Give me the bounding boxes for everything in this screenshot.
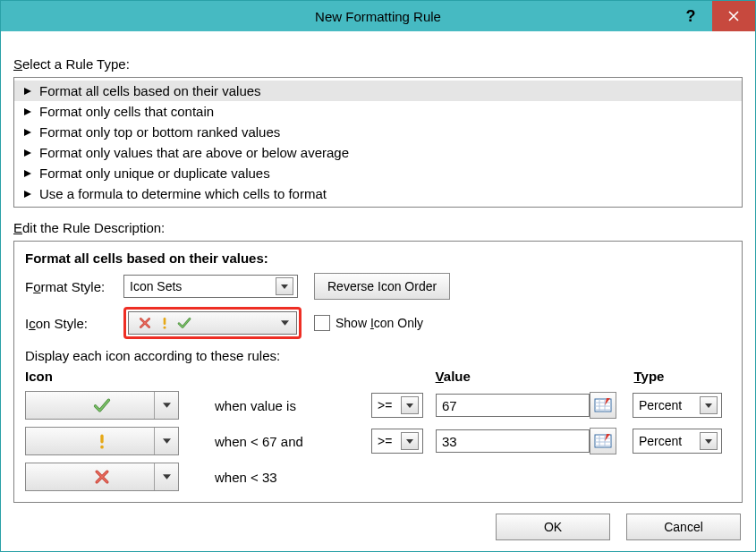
rule-type-label: Format only cells that contain [39,104,214,119]
cross-icon [93,468,111,486]
rule-type-item[interactable]: Format only top or bottom ranked values [14,122,742,142]
rule-type-label: Format only values that are above or bel… [39,145,349,160]
triangle-icon [23,190,32,199]
icon-picker[interactable] [25,427,179,455]
rule-type-list: Format all cells based on their values F… [13,77,743,208]
rule-type-label: Format all cells based on their values [39,83,261,98]
chevron-down-icon [154,428,178,454]
reverse-icon-order-button[interactable]: Reverse Icon Order [314,273,450,300]
label-select-rule-type: Select a Rule Type: [13,56,743,72]
titlebar: New Formatting Rule ? [1,1,755,31]
bang-icon [157,316,172,330]
chevron-down-icon [276,277,293,295]
condition-text: when value is [215,398,371,413]
row-icon-style: Icon Style: Show Icon Only [25,307,731,339]
triangle-icon [23,87,32,96]
label-edit-description: Edit the Rule Description: [13,220,743,235]
col-header-value: Value [436,369,634,384]
dialog-new-formatting-rule: New Formatting Rule ? Select a Rule Type… [0,0,756,552]
icon-style-preview [134,316,191,330]
triangle-icon [23,107,32,116]
rule-type-label: Format only top or bottom ranked values [39,124,280,140]
titlebar-buttons: ? [669,1,755,31]
check-icon [177,316,191,330]
close-icon [727,10,740,22]
check-icon [93,396,111,414]
rule-type-item[interactable]: Format all cells based on their values [14,81,742,101]
icon-rule-row: when value is >= Percent [25,391,731,420]
chevron-down-icon [700,396,718,414]
label-display-rules: Display each icon according to these rul… [25,348,731,363]
dialog-footer: OK Cancel [496,514,741,540]
chevron-down-icon [154,463,178,490]
value-input[interactable] [436,394,590,417]
range-icon [594,432,612,450]
show-icon-only-checkbox[interactable] [314,315,330,331]
rule-type-item[interactable]: Format only cells that contain [14,101,742,122]
rule-type-item[interactable]: Use a formula to determine which cells t… [14,183,742,204]
row-format-style: Format Style: Icon Sets Reverse Icon Ord… [25,273,731,300]
rule-type-item[interactable]: Format only values that are above or bel… [14,142,742,163]
chevron-down-icon [154,392,178,419]
rule-type-label: Format only unique or duplicate values [39,166,270,181]
icon-rule-row: when < 33 [25,463,731,491]
range-selector-button[interactable] [590,428,616,454]
label-show-icon-only: Show Icon Only [336,316,423,330]
chevron-down-icon [401,396,419,414]
bang-icon [93,432,111,450]
icon-picker[interactable] [25,391,179,420]
cancel-button[interactable]: Cancel [626,514,741,540]
range-icon [594,396,612,414]
window-title: New Formatting Rule [1,9,755,24]
label-icon-style: Icon Style: [25,316,123,331]
condition-text: when < 33 [215,470,371,485]
col-header-type: Type [634,369,731,384]
icon-style-highlight [123,307,302,339]
close-button[interactable] [712,1,755,31]
triangle-icon [23,169,32,178]
triangle-icon [23,128,32,137]
type-dropdown[interactable]: Percent [633,393,722,418]
description-header: Format all cells based on their values: [25,251,731,266]
chevron-down-icon [276,315,293,331]
icon-rule-row: when < 67 and >= Percent [25,427,731,455]
chevron-down-icon [700,432,718,450]
type-dropdown[interactable]: Percent [633,429,722,454]
icon-style-dropdown[interactable] [128,311,297,335]
value-input[interactable] [436,429,590,453]
label-format-style: Format Style: [25,279,123,294]
operator-dropdown[interactable]: >= [371,393,423,418]
icon-picker[interactable] [25,463,179,491]
condition-text: when < 67 and [215,434,371,449]
cross-icon [138,316,152,330]
range-selector-button[interactable] [590,392,616,419]
triangle-icon [23,149,32,157]
icon-rules-headers: Icon Value Type [25,369,731,384]
ok-button[interactable]: OK [496,514,610,540]
chevron-down-icon [401,432,419,450]
help-button[interactable]: ? [669,1,712,31]
operator-dropdown[interactable]: >= [371,429,423,454]
format-style-dropdown[interactable]: Icon Sets [123,275,298,298]
col-header-icon: Icon [25,369,210,384]
rule-type-item[interactable]: Format only unique or duplicate values [14,163,742,183]
format-style-value: Icon Sets [130,279,182,293]
rule-description-panel: Format all cells based on their values: … [13,241,743,503]
rule-type-label: Use a formula to determine which cells t… [39,186,327,201]
dialog-body: Select a Rule Type: Format all cells bas… [1,31,755,514]
